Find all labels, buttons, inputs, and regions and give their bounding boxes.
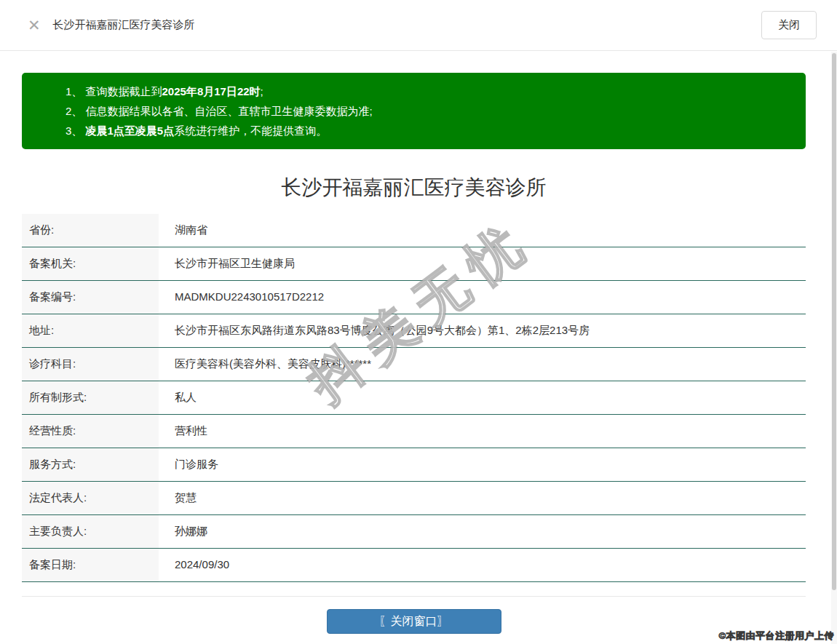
notice-bold-text: 凌晨1点至凌晨5点 — [86, 124, 175, 137]
row-value: 长沙市开福区卫生健康局 — [159, 247, 806, 280]
table-row: 诊疗科目: 医疗美容科(美容外科、美容皮肤科)****** — [22, 348, 806, 381]
notice-text: 2、 信息数据结果以各省、自治区、直辖市卫生健康委数据为准; — [66, 105, 373, 117]
table-row: 服务方式: 门诊服务 — [22, 448, 806, 482]
table-row: 主要负责人: 孙娜娜 — [22, 515, 806, 549]
row-value: 湖南省 — [159, 214, 806, 247]
row-value: 2024/09/30 — [159, 549, 806, 581]
scrollbar-thumb[interactable] — [832, 53, 836, 590]
table-row: 所有制形式: 私人 — [22, 381, 806, 415]
row-value: 贺慧 — [159, 482, 806, 514]
notice-text: 1、 查询数据截止到 — [66, 85, 162, 98]
table-row: 备案机关: 长沙市开福区卫生健康局 — [22, 247, 806, 281]
footer: 〖关闭窗口〗 — [22, 596, 806, 634]
page-title: 长沙开福嘉丽汇医疗美容诊所 — [22, 173, 806, 202]
notice-bold-text: 2025年8月17日22时 — [162, 85, 261, 98]
table-row: 省份: 湖南省 — [22, 214, 806, 247]
row-label: 诊疗科目: — [22, 348, 159, 381]
table-row: 法定代表人: 贺慧 — [22, 482, 806, 515]
row-label: 所有制形式: — [22, 381, 159, 414]
detail-table: 省份: 湖南省 备案机关: 长沙市开福区卫生健康局 备案编号: MADMKDU2… — [22, 214, 806, 582]
row-value: 营利性 — [159, 415, 806, 448]
row-label: 服务方式: — [22, 448, 159, 481]
notice-text: 3、 — [66, 124, 86, 137]
close-icon[interactable]: ✕ — [28, 17, 41, 33]
row-label: 法定代表人: — [22, 482, 159, 514]
table-row: 备案日期: 2024/09/30 — [22, 549, 806, 582]
row-value: 私人 — [159, 381, 806, 414]
main-content: 1、 查询数据截止到2025年8月17日22时; 2、 信息数据结果以各省、自治… — [0, 51, 831, 634]
row-value: 门诊服务 — [159, 448, 806, 481]
row-label: 经营性质: — [22, 415, 159, 448]
notice-text: 系统进行维护，不能提供查询。 — [174, 124, 327, 137]
table-row: 备案编号: MADMKDU2243010517D2212 — [22, 281, 806, 314]
row-label: 备案日期: — [22, 549, 159, 581]
row-label: 备案编号: — [22, 281, 159, 314]
row-value: 医疗美容科(美容外科、美容皮肤科)****** — [159, 348, 806, 381]
row-label: 主要负责人: — [22, 515, 159, 548]
window-title: 长沙开福嘉丽汇医疗美容诊所 — [53, 18, 195, 32]
row-label: 备案机关: — [22, 247, 159, 280]
notice-line: 2、 信息数据结果以各省、自治区、直辖市卫生健康委数据为准; — [66, 101, 806, 121]
row-value: MADMKDU2243010517D2212 — [159, 281, 806, 314]
scrollbar-track[interactable] — [831, 52, 837, 644]
row-label: 地址: — [22, 314, 159, 347]
topbar: ✕ 长沙开福嘉丽汇医疗美容诊所 关闭 — [0, 0, 837, 51]
notice-text: ; — [261, 85, 263, 98]
row-value: 长沙市开福区东风路街道东风路83号博度公寓（公园9号大都会）第1、2栋2层213… — [159, 314, 806, 347]
close-button[interactable]: 关闭 — [761, 11, 817, 39]
close-window-button[interactable]: 〖关闭窗口〗 — [327, 609, 501, 634]
row-value: 孙娜娜 — [159, 515, 806, 548]
table-row: 经营性质: 营利性 — [22, 415, 806, 448]
notice-line: 1、 查询数据截止到2025年8月17日22时; — [66, 82, 806, 101]
table-row: 地址: 长沙市开福区东风路街道东风路83号博度公寓（公园9号大都会）第1、2栋2… — [22, 314, 806, 348]
notice-line: 3、 凌晨1点至凌晨5点系统进行维护，不能提供查询。 — [66, 121, 806, 140]
row-label: 省份: — [22, 214, 159, 247]
notice-box: 1、 查询数据截止到2025年8月17日22时; 2、 信息数据结果以各省、自治… — [22, 73, 806, 149]
